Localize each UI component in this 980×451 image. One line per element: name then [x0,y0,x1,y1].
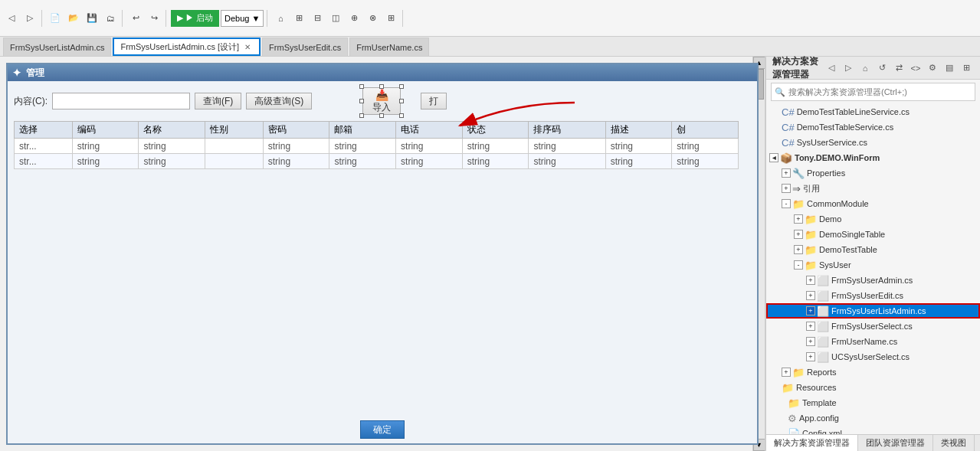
folder-icon: 📁 [782,382,794,394]
expand-btn[interactable]: ⊞ [959,60,974,76]
import-btn[interactable]: 📥 导入 [362,87,401,115]
nav-forward-btn[interactable]: ▷ [841,60,856,76]
tree-item-demotesttablelineservice[interactable]: C# DemoTestTableLineService.cs [766,104,980,119]
misc-btn2[interactable]: ⊞ [290,10,307,27]
filter-btn[interactable]: ▤ [942,60,957,76]
demotesttable-expand-btn[interactable]: + [794,245,803,254]
tree-item-refs[interactable]: + ⇒ 引用 [766,181,980,196]
cell-create: string [672,139,739,154]
reports-expand-btn[interactable]: + [782,368,791,377]
misc-btn4[interactable]: ◫ [327,10,344,27]
cell-name: string [139,154,205,169]
commonmodule-expand-btn[interactable]: - [782,199,791,208]
tree-item-commonmodule[interactable]: - 📁 CommonModule [766,196,980,211]
search-input[interactable] [52,93,190,109]
tree-item-demotesttable[interactable]: + 📁 DemoTestTable [766,242,980,257]
home-btn[interactable]: ⌂ [857,60,873,76]
tree-item-demotesttableservice[interactable]: C# DemoTestTableService.cs [766,119,980,135]
play-icon: ▶ [177,13,183,23]
tree-item-configxml[interactable]: 📄 Config.xml [766,426,980,434]
solution-explorer-title: 解决方案资源管理器 [772,55,824,81]
save-btn[interactable]: 💾 [84,10,100,27]
tree-item-resources[interactable]: 📁 Resources [766,380,980,395]
cell-gender [205,154,264,169]
new-btn[interactable]: 📄 [47,10,64,27]
undo-btn[interactable]: ↩ [127,10,144,27]
frmsysusereditcs-expand-btn[interactable]: + [806,291,815,300]
tree-item-appconfig[interactable]: ⚙ App.config [766,410,980,426]
ucsysuserselect-expand-btn[interactable]: + [806,352,815,361]
print-label: 打 [429,96,438,106]
tree-label: App.config [799,413,839,423]
frmsysuserselect-expand-btn[interactable]: + [806,322,815,331]
tree-item-frmsysuserlistadmin[interactable]: + ⬜ FrmSysUserListAdmin.cs [766,303,980,319]
tab-frmsysuserlistadmin-design[interactable]: FrmSysUserListAdmin.cs [设计] ✕ [113,38,261,56]
frmsysuserlistadmin-expand-btn[interactable]: + [806,306,815,315]
sysuser-expand-btn[interactable]: - [794,260,803,270]
tree-label: FrmUserName.cs [831,337,897,346]
back-btn[interactable]: ◁ [3,10,20,27]
tab-frmsysuserlistadmin-cs[interactable]: FrmSysUserListAdmin.cs [3,38,111,56]
refresh-btn[interactable]: ↺ [874,60,890,76]
query-btn[interactable]: 查询(F) [195,93,241,109]
properties-expand-btn[interactable]: + [782,168,791,178]
solution-search-box[interactable]: 🔍 [771,83,975,101]
bottom-tab-solution-explorer[interactable]: 解决方案资源管理器 [766,435,858,452]
tree-item-frmsysuseradmin[interactable]: + ⬜ FrmSysUserAdmin.cs [766,273,980,288]
cell-create: string [672,154,739,169]
forward-btn[interactable]: ▷ [21,10,38,27]
solution-search-input[interactable] [788,87,972,96]
refs-expand-btn[interactable]: + [782,184,791,193]
save-all-btn[interactable]: 🗂 [102,10,119,27]
demo-expand-btn[interactable]: + [794,214,803,224]
tree-label: FrmSysUserSelect.cs [831,322,913,331]
misc-btn1[interactable]: ⌂ [272,10,289,27]
tree-item-frmsysusereditcs[interactable]: + ⬜ FrmSysUserEdit.cs [766,288,980,303]
tree-item-sysuserservice[interactable]: C# SysUserService.cs [766,135,980,150]
debug-dropdown[interactable]: Debug ▼ [221,10,264,27]
tree-item-template[interactable]: 📁 Template [766,395,980,410]
tree-item-properties[interactable]: + 🔧 Properties [766,165,980,181]
bottom-tab-team-explorer[interactable]: 团队资源管理器 [858,435,933,452]
frmusername-expand-btn[interactable]: + [806,337,815,346]
cell-status: string [462,139,529,154]
tree-item-ucsysuserselect[interactable]: + ⬜ UCSysUserSelect.cs [766,349,980,364]
frmsysuseradmin-expand-btn[interactable]: + [806,276,815,285]
misc-btn6[interactable]: ⊗ [364,10,381,27]
confirm-btn[interactable]: 确定 [360,420,405,439]
tree-item-demosingletable[interactable]: + 📁 DemoSingleTable [766,227,980,242]
misc-btn3[interactable]: ⊟ [309,10,326,27]
tree-label: FrmSysUserListAdmin.cs [831,306,926,315]
refs-icon: ⇒ [792,183,801,194]
table-row[interactable]: str... string string string string strin… [15,154,739,169]
tree-item-frmsysuserselect[interactable]: + ⬜ FrmSysUserSelect.cs [766,319,980,334]
project-expand-btn[interactable]: ◂ [769,153,778,162]
advanced-query-btn[interactable]: 高级查询(S) [246,93,312,109]
sync-btn[interactable]: ⇄ [891,60,906,76]
tab-frmusername[interactable]: FrmUserName.cs [349,38,429,56]
print-btn[interactable]: 打 [421,93,447,109]
tree-item-sysuser[interactable]: - 📁 SysUser [766,257,980,273]
tree-item-demo[interactable]: + 📁 Demo [766,211,980,227]
demosingletable-expand-btn[interactable]: + [794,230,803,239]
redo-btn[interactable]: ↪ [146,10,162,27]
bottom-tab-class-view[interactable]: 类视图 [933,435,975,452]
misc-btn5[interactable]: ⊕ [346,10,362,27]
settings-btn[interactable]: ⚙ [925,60,940,76]
tab-close-btn[interactable]: ✕ [242,41,253,52]
cell-phone: string [396,154,463,169]
misc-btn7[interactable]: ⊞ [382,10,399,27]
form-cs-icon: ⬜ [817,306,829,317]
tab-frmsysuseredit[interactable]: FrmSysUserEdit.cs [262,38,348,56]
tree-item-reports[interactable]: + 📁 Reports [766,364,980,380]
start-btn[interactable]: ▶ ▶ 启动 [171,10,219,27]
folder-icon: 📁 [805,244,817,256]
code-btn[interactable]: <> [908,60,923,76]
table-row[interactable]: str... string string string string strin… [15,139,739,154]
open-btn[interactable]: 📂 [65,10,82,27]
search-icon: 🔍 [775,87,785,97]
col-status: 状态 [462,122,529,139]
tree-item-project[interactable]: ◂ 📦 Tony.DEMO.WinForm [766,150,980,165]
tree-item-frmusername[interactable]: + ⬜ FrmUserName.cs [766,334,980,349]
nav-back-btn[interactable]: ◁ [824,60,839,76]
